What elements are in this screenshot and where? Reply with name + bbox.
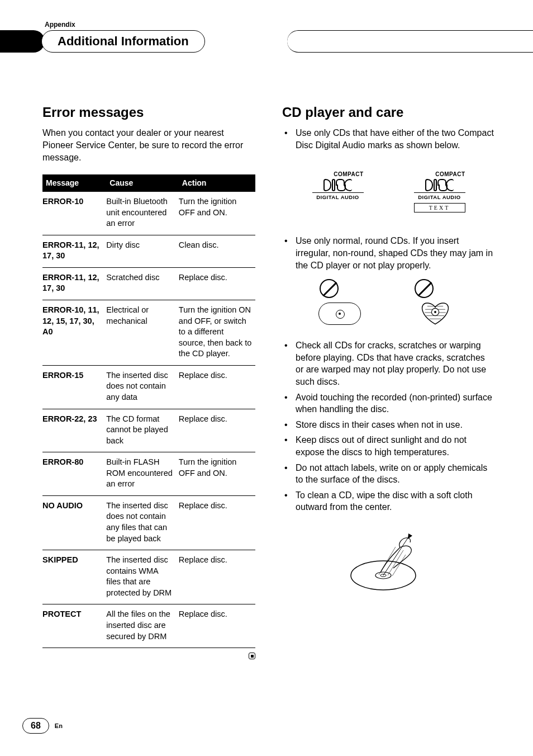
table-cell-message: ERROR-10 bbox=[42, 192, 106, 235]
svg-point-1 bbox=[434, 311, 436, 313]
list-item: Avoid touching the recorded (non-printed… bbox=[282, 391, 495, 419]
cd-care-bullets-mid: Use only normal, round CDs. If you inser… bbox=[282, 235, 495, 275]
appendix-label: Appendix bbox=[45, 20, 75, 29]
table-cell-message: ERROR-15 bbox=[42, 365, 106, 409]
table-cell-action: Replace disc. bbox=[179, 409, 255, 452]
cd-logos: COMPACT DIGITAL AUDIO COMPACT DIGITAL AU… bbox=[282, 171, 495, 213]
col-cause: Cause bbox=[106, 174, 179, 192]
cd-care-heading: CD player and care bbox=[282, 103, 495, 121]
prohibit-icon bbox=[415, 279, 434, 298]
table-row: ERROR-80Built-in FLASH ROM encountered a… bbox=[42, 452, 255, 496]
table-cell-action: Turn the ignition OFF and ON. bbox=[179, 452, 255, 496]
table-row: ERROR-11, 12, 17, 30Dirty discClean disc… bbox=[42, 235, 255, 267]
header-right-pill bbox=[287, 30, 533, 53]
nonround-cd-illustration bbox=[282, 281, 495, 326]
table-row: PROTECTAll the files on the inserted dis… bbox=[42, 604, 255, 648]
logo-compact-text: COMPACT bbox=[312, 171, 364, 178]
table-row: NO AUDIOThe inserted disc does not conta… bbox=[42, 495, 255, 550]
table-cell-cause: Electrical or mechanical bbox=[106, 300, 179, 366]
table-row: ERROR-10Built-in Bluetooth unit encounte… bbox=[42, 192, 255, 235]
table-cell-message: ERROR-11, 12, 17, 30 bbox=[42, 235, 106, 267]
header-black-tab bbox=[0, 30, 45, 53]
table-cell-cause: The inserted disc does not contain any f… bbox=[106, 495, 179, 550]
page-number: 68 bbox=[22, 718, 49, 734]
page-lang: En bbox=[55, 722, 63, 730]
table-cell-action: Replace disc. bbox=[179, 604, 255, 648]
logo-digital-audio-text: DIGITAL AUDIO bbox=[312, 193, 364, 201]
table-cell-cause: Built-in FLASH ROM encountered an error bbox=[106, 452, 179, 496]
logo2-compact-text: COMPACT bbox=[414, 171, 465, 178]
table-cell-message: PROTECT bbox=[42, 604, 106, 648]
left-column: Error messages When you contact your dea… bbox=[42, 103, 255, 662]
table-cell-cause: The inserted disc contains WMA files tha… bbox=[106, 550, 179, 604]
table-cell-message: ERROR-10, 11, 12, 15, 17, 30, A0 bbox=[42, 300, 106, 366]
prohibit-icon bbox=[320, 279, 339, 298]
table-row: ERROR-10, 11, 12, 15, 17, 30, A0Electric… bbox=[42, 300, 255, 366]
error-messages-heading: Error messages bbox=[42, 103, 255, 121]
wipe-cd-illustration bbox=[282, 522, 495, 595]
content-area: Error messages When you contact your dea… bbox=[42, 103, 495, 662]
table-cell-message: ERROR-11, 12, 17, 30 bbox=[42, 267, 106, 300]
logo2-disc-graphic bbox=[414, 178, 465, 193]
table-row: ERROR-11, 12, 17, 30Scratched discReplac… bbox=[42, 267, 255, 300]
list-item: Check all CDs for cracks, scratches or w… bbox=[282, 339, 495, 391]
logo2-text-label: TEXT bbox=[414, 203, 465, 213]
logo2-digital-audio-text: DIGITAL AUDIO bbox=[414, 193, 465, 201]
table-cell-message: ERROR-22, 23 bbox=[42, 409, 106, 452]
right-column: CD player and care Use only CDs that hav… bbox=[282, 103, 495, 662]
page-footer: 68 En bbox=[22, 718, 63, 734]
oval-cd-no bbox=[316, 281, 367, 326]
table-cell-cause: All the files on the inserted disc are s… bbox=[106, 604, 179, 648]
list-item: Do not attach labels, write on or apply … bbox=[282, 462, 495, 489]
table-row: ERROR-22, 23The CD format cannot be play… bbox=[42, 409, 255, 452]
section-end-mark bbox=[42, 648, 255, 662]
cd-care-bullets-top: Use only CDs that have either of the two… bbox=[282, 127, 495, 154]
heart-cd-no bbox=[411, 281, 461, 326]
table-cell-action: Replace disc. bbox=[179, 550, 255, 604]
table-cell-cause: The inserted disc does not contain any d… bbox=[106, 365, 179, 409]
table-row: SKIPPEDThe inserted disc contains WMA fi… bbox=[42, 550, 255, 604]
section-title-pill: Additional Information bbox=[41, 30, 205, 53]
table-cell-message: SKIPPED bbox=[42, 550, 106, 604]
table-cell-cause: Scratched disc bbox=[106, 267, 179, 300]
table-cell-cause: Built-in Bluetooth unit encountered an e… bbox=[106, 192, 179, 235]
oval-cd-icon bbox=[318, 303, 361, 325]
col-action: Action bbox=[179, 174, 255, 192]
error-table: Message Cause Action ERROR-10Built-in Bl… bbox=[42, 174, 255, 648]
list-item: To clean a CD, wipe the disc with a soft… bbox=[282, 489, 495, 517]
compact-disc-logo: COMPACT DIGITAL AUDIO bbox=[312, 171, 364, 213]
list-item: Keep discs out of direct sunlight and do… bbox=[282, 434, 495, 461]
table-cell-cause: Dirty disc bbox=[106, 235, 179, 267]
table-cell-action: Clean disc. bbox=[179, 235, 255, 267]
logo-disc-graphic bbox=[312, 178, 364, 193]
col-message: Message bbox=[42, 174, 106, 192]
table-cell-action: Replace disc. bbox=[179, 365, 255, 409]
table-cell-action: Turn the ignition OFF and ON. bbox=[179, 192, 255, 235]
list-item: Use only CDs that have either of the two… bbox=[282, 127, 495, 154]
table-cell-action: Replace disc. bbox=[179, 495, 255, 550]
table-cell-action: Replace disc. bbox=[179, 267, 255, 300]
heart-cd-icon bbox=[417, 298, 454, 326]
compact-disc-text-logo: COMPACT DIGITAL AUDIO TEXT bbox=[414, 171, 465, 213]
table-cell-action: Turn the ignition ON and OFF, or switch … bbox=[179, 300, 255, 366]
list-item: Store discs in their cases when not in u… bbox=[282, 419, 495, 434]
header-row: Additional Information bbox=[0, 30, 533, 53]
list-item: Use only normal, round CDs. If you inser… bbox=[282, 235, 495, 275]
table-cell-message: NO AUDIO bbox=[42, 495, 106, 550]
table-cell-message: ERROR-80 bbox=[42, 452, 106, 496]
table-cell-cause: The CD format cannot be played back bbox=[106, 409, 179, 452]
cd-care-bullets-bottom: Check all CDs for cracks, scratches or w… bbox=[282, 339, 495, 517]
table-row: ERROR-15The inserted disc does not conta… bbox=[42, 365, 255, 409]
error-messages-intro: When you contact your dealer or your nea… bbox=[42, 127, 255, 163]
